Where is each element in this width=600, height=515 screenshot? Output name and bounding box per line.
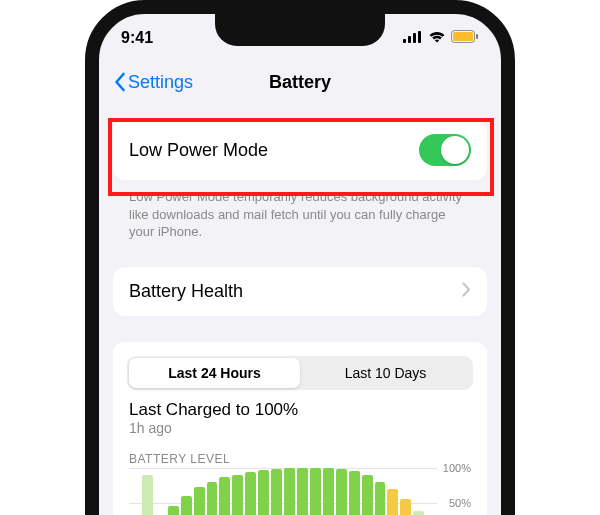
low-power-mode-row[interactable]: Low Power Mode [113,120,487,180]
tab-last-24-hours[interactable]: Last 24 Hours [129,358,300,388]
bar [142,475,153,515]
chevron-right-icon [462,281,471,302]
tab-last-10-days[interactable]: Last 10 Days [300,358,471,388]
battery-health-card: Battery Health [113,267,487,316]
low-power-mode-toggle[interactable] [419,134,471,166]
usage-card: Last 24 Hours Last 10 Days Last Charged … [113,342,487,515]
bar [245,472,256,515]
bar [349,471,360,515]
bar [323,468,334,515]
bar [194,487,205,515]
bar [400,499,411,515]
toggle-knob [441,136,469,164]
chevron-left-icon [113,72,126,92]
svg-rect-0 [403,39,406,43]
svg-rect-3 [418,31,421,43]
svg-rect-2 [413,33,416,43]
status-time: 9:41 [121,29,153,47]
svg-rect-5 [453,32,473,41]
last-charged-subtitle: 1h ago [113,420,487,446]
notch [215,14,385,46]
time-range-segmented[interactable]: Last 24 Hours Last 10 Days [127,356,473,390]
low-power-mode-card: Low Power Mode [113,120,487,180]
battery-level-label: BATTERY LEVEL [113,446,487,468]
battery-health-row[interactable]: Battery Health [113,267,487,316]
bar [219,477,230,515]
bar [258,470,269,515]
bar [375,482,386,515]
battery-icon [451,29,479,47]
wifi-icon [428,29,446,47]
y-tick-100: 100% [443,462,471,474]
last-charged-title: Last Charged to 100% [113,400,487,420]
nav-bar: Settings Battery [99,62,501,102]
battery-health-label: Battery Health [129,281,243,302]
page-title: Battery [269,72,331,93]
bar [284,468,295,515]
bar [181,496,192,515]
bar [387,489,398,515]
bar [413,511,424,515]
cellular-icon [403,29,423,47]
bar [297,468,308,515]
phone-frame: 9:41 Settings Battery [85,0,515,515]
bar [336,469,347,515]
bar [232,475,243,515]
low-power-mode-description: Low Power Mode temporarily reduces backg… [113,180,487,241]
bar [362,475,373,515]
bar [271,469,282,515]
back-label: Settings [128,72,193,93]
svg-rect-6 [476,34,478,39]
bar [168,506,179,515]
svg-rect-1 [408,36,411,43]
bar [207,482,218,515]
back-button[interactable]: Settings [113,72,193,93]
battery-level-chart: 100% 50% [129,468,471,515]
low-power-mode-label: Low Power Mode [129,140,268,161]
y-tick-50: 50% [449,497,471,509]
bar [310,468,321,515]
